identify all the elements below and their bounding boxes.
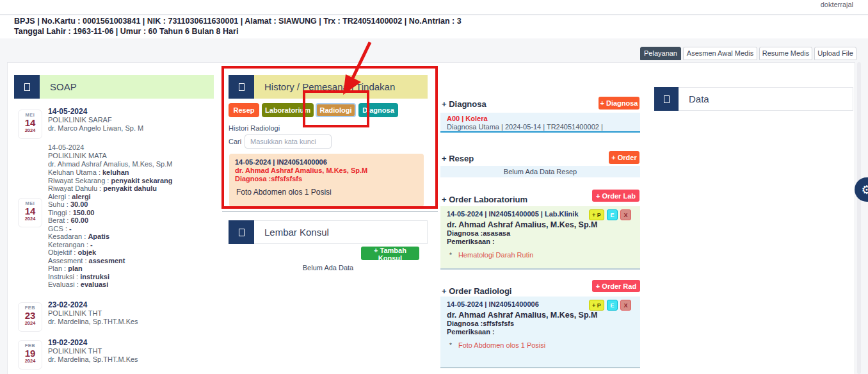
entry-doctor: dr. Mardelina, Sp.THT.M.Kes xyxy=(48,355,138,364)
soap-panel-title: SOAP xyxy=(50,81,77,92)
entry-clinic: POLIKLINIK MATA xyxy=(48,152,172,160)
entry-detail-line: Plan : plan xyxy=(48,264,172,273)
entry-detail-line: Riwayat Sekarang : penyakit sekarang xyxy=(48,177,172,185)
lab-edit-button[interactable]: E xyxy=(607,209,618,220)
entry-detail-line: Objektif : objek xyxy=(48,248,172,257)
lab-order-doctor: dr. Ahmad Ashraf Amalius, M.Kes, Sp.M xyxy=(447,220,634,229)
entry-detail-line: Riwayat Dahulu : penyakit dahulu xyxy=(48,184,172,193)
cari-label: Cari xyxy=(229,138,241,145)
entry-clinic: POLIKLINIK THT xyxy=(48,347,138,355)
rad-print-button[interactable]: + P xyxy=(589,300,604,311)
timeline-entry[interactable]: 14-05-2024 POLIKLINIK SARAF dr. Marco An… xyxy=(48,108,143,133)
tab-pelayanan[interactable]: Pelayanan xyxy=(640,47,681,60)
soap-panel-header: SOAP xyxy=(40,75,214,99)
lab-order-header: 14-05-2024 | IN24051400005 | Lab.Klinik xyxy=(447,210,634,218)
bullet: * xyxy=(449,342,452,349)
entry-date: 14-05-2024 xyxy=(48,108,143,116)
diagnosa-button[interactable]: Diagnosa xyxy=(358,103,398,117)
lab-order-diagnosa: Diagnosa :asasasa xyxy=(447,229,634,238)
timeline-date-badge: FEB 19 2024 xyxy=(18,340,42,370)
data-panel-icon xyxy=(654,87,679,111)
placeholder-glyph-icon xyxy=(664,95,670,103)
order-rad-button[interactable]: + Order Rad xyxy=(592,280,640,292)
rad-order-item: *Foto Abdomen olos 1 Posisi xyxy=(447,341,634,349)
search-input[interactable] xyxy=(245,134,332,149)
history-panel-title: History / Pemesanan Tindakan xyxy=(264,81,395,92)
lab-print-button[interactable]: + P xyxy=(589,209,604,220)
konsul-panel-header: Lembar Konsul xyxy=(254,220,428,244)
tab-upload-file[interactable]: Upload File xyxy=(814,47,856,60)
timeline-entry[interactable]: 19-02-2024 POLIKLINIK THT dr. Mardelina,… xyxy=(48,339,138,364)
order-resep-button[interactable]: + Order xyxy=(609,151,639,164)
entry-detail-line: Assesment : assesment xyxy=(48,257,172,265)
entry-date: 19-02-2024 xyxy=(48,339,138,347)
resep-button[interactable]: Resep xyxy=(229,103,259,117)
timeline-entry[interactable]: 23-02-2024 POLIKLINIK THT dr. Mardelina,… xyxy=(48,301,138,326)
placeholder-glyph-icon xyxy=(239,83,245,91)
patient-info-line1: BPJS | No.Kartu : 0001561003841 | NIK : … xyxy=(14,17,462,26)
entry-doctor: dr. Ahmad Ashraf Amalius, M.Kes, Sp.M xyxy=(48,160,172,168)
timeline-date-badge: MEI 14 2024 xyxy=(18,110,42,139)
entry-detail-line: Alergi : alergi xyxy=(48,193,172,201)
logged-in-user[interactable]: dokterrajal xyxy=(821,1,853,8)
tab-resume-medis[interactable]: Resume Medis xyxy=(759,47,812,60)
history-panel-header: History / Pemesanan Tindakan xyxy=(254,75,428,99)
resep-section-heading: + Resep xyxy=(442,154,474,163)
radiologi-history-card[interactable]: 14-05-2024 | IN24051400006 dr. Ahmad Ash… xyxy=(229,154,424,207)
badge-year: 2024 xyxy=(19,320,42,326)
rad-edit-button[interactable]: E xyxy=(607,300,618,311)
lab-order-item: *Hematologi Darah Rutin xyxy=(447,251,634,259)
data-panel-title: Data xyxy=(689,94,709,104)
page: dokterrajal BPJS | No.Kartu : 0001561003… xyxy=(0,0,868,374)
rad-order-diagnosa: Diagnosa :sffsfsfsfs xyxy=(447,320,634,328)
entry-date: 23-02-2024 xyxy=(48,301,138,309)
entry-detail-line: Suhu : 30.00 xyxy=(48,200,172,209)
soap-panel-icon xyxy=(14,75,40,99)
entry-clinic: POLIKLINIK SARAF xyxy=(48,116,143,124)
entry-doctor: dr. Mardelina, Sp.THT.M.Kes xyxy=(48,318,138,326)
entry-clinic: POLIKLINIK THT xyxy=(48,309,138,318)
entry-detail-line: Keterangan : - xyxy=(48,241,172,249)
entry-doctor: dr. Marco Angelo Liwan, Sp. M xyxy=(48,124,143,133)
konsul-empty-text: Belum Ada Data xyxy=(229,264,428,272)
entry-detail-line: Tinggi : 150.00 xyxy=(48,209,172,217)
data-panel-header: Data xyxy=(679,87,853,111)
divider xyxy=(222,211,438,212)
diagnosa-code: A00 | Kolera xyxy=(447,115,634,123)
badge-day: 14 xyxy=(19,118,42,127)
entry-detail-line: Evaluasi : evaluasi xyxy=(48,280,172,289)
vertical-scrollbar[interactable] xyxy=(857,62,861,374)
badge-year: 2024 xyxy=(19,358,42,364)
laboratorium-button[interactable]: Laboratorium xyxy=(262,103,314,117)
lab-pemeriksaan-label: Pemeriksaan : xyxy=(447,238,634,246)
diagnosa-row[interactable]: A00 | Kolera Diagnosa Utama | 2024-05-14… xyxy=(440,113,640,133)
rad-order-header: 14-05-2024 | IN24051400006 xyxy=(447,300,634,308)
timeline-date-badge: MEI 14 2024 xyxy=(18,198,42,227)
entry-detail-line: GCS : - xyxy=(48,225,172,233)
tambah-konsul-button[interactable]: + Tambah Konsul xyxy=(361,247,419,260)
konsul-panel-icon xyxy=(229,220,254,244)
radiologi-button[interactable]: Radiologi xyxy=(316,103,356,117)
badge-day: 14 xyxy=(19,206,42,216)
placeholder-glyph-icon xyxy=(24,83,30,91)
bullet: * xyxy=(449,252,452,259)
badge-day: 23 xyxy=(19,311,42,320)
tab-asesmen-awal-medis[interactable]: Asesmen Awal Medis xyxy=(683,47,757,60)
record-diagnosa: Diagnosa :sffsfsfsfs xyxy=(235,175,418,183)
entry-detail-line: Instruksi : instruksi xyxy=(48,273,172,281)
lab-delete-button[interactable]: X xyxy=(620,209,631,220)
badge-day: 19 xyxy=(19,348,42,358)
badge-year: 2024 xyxy=(19,127,42,133)
placeholder-glyph-icon xyxy=(239,229,245,236)
konsul-panel-title: Lembar Konsul xyxy=(264,227,329,238)
rad-pemeriksaan-label: Pemeriksaan : xyxy=(447,328,634,336)
order-lab-button[interactable]: + Order Lab xyxy=(592,190,639,202)
resep-empty-row: Belum Ada Data Resep xyxy=(440,166,640,177)
badge-year: 2024 xyxy=(19,216,42,222)
rad-order-doctor: dr. Ahmad Ashraf Amalius, M.Kes, Sp.M xyxy=(447,311,634,320)
entry-detail-line: Berat : 60.00 xyxy=(48,216,172,225)
timeline-entry[interactable]: 14-05-2024 POLIKLINIK MATA dr. Ahmad Ash… xyxy=(48,143,172,289)
diagnosa-detail: Diagnosa Utama | 2024-05-14 | TR24051400… xyxy=(447,123,634,131)
add-diagnosa-button[interactable]: + Diagnosa xyxy=(599,97,639,110)
rad-delete-button[interactable]: X xyxy=(620,300,631,311)
